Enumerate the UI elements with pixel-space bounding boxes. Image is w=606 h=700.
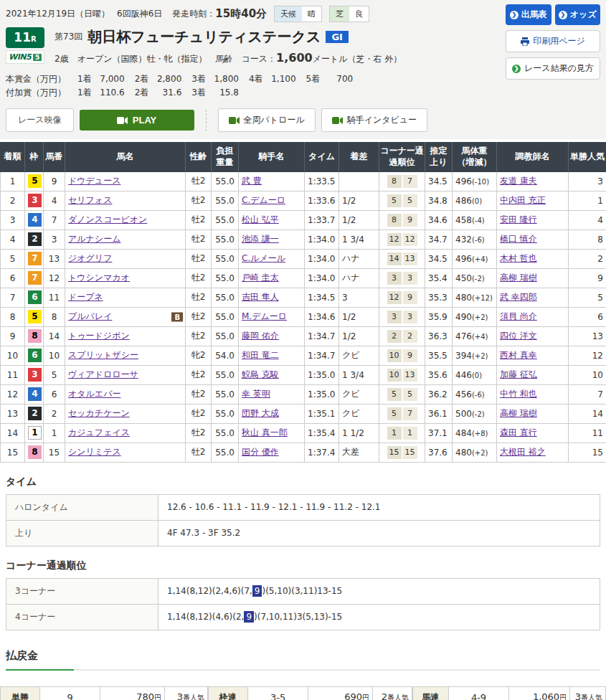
- corner3-order: 5: [387, 388, 402, 401]
- jockey-link[interactable]: 松山 弘平: [242, 214, 279, 224]
- jockey-link[interactable]: 吉田 隼人: [242, 292, 279, 302]
- col-body-weight: 馬体重（増減）: [453, 143, 497, 171]
- trainer-link[interactable]: 安田 隆行: [500, 214, 537, 224]
- col-horse-number: 馬番: [44, 143, 65, 171]
- horse-name-link[interactable]: オタルエバー: [68, 389, 120, 399]
- margin: クビ: [339, 404, 379, 423]
- last-3f-time: 35.3: [425, 288, 453, 307]
- jockey-link[interactable]: 武 豊: [242, 176, 262, 186]
- trainer-link[interactable]: 須貝 尚介: [500, 311, 537, 321]
- body-weight: 456: [455, 389, 472, 399]
- jockey-link[interactable]: M.デムーロ: [242, 311, 287, 321]
- win-favorite: 13: [569, 326, 606, 346]
- odds-button[interactable]: ❯ オッズ: [555, 4, 601, 25]
- carried-weight: 55.0: [212, 384, 239, 404]
- jockey-link[interactable]: 戸崎 圭太: [242, 273, 279, 283]
- race-video-button[interactable]: レース映像: [6, 108, 74, 132]
- corner-table: 3コーナー 1,14(8,12)(2,4,6)(7,9)(5,10)(3,11)…: [6, 578, 600, 630]
- last-up-row: 上り 4F 47.3 - 3F 35.2: [6, 520, 600, 546]
- body-weight: 432: [455, 235, 472, 245]
- sex-age: 牝2: [186, 346, 212, 365]
- horse-name-link[interactable]: カジュフェイス: [68, 427, 130, 438]
- winner-highlight: 9: [244, 611, 254, 623]
- trainer-link[interactable]: 加藤 征弘: [500, 369, 537, 379]
- horse-number: 10: [44, 346, 65, 365]
- prize-item: 2着31.6: [126, 88, 182, 98]
- result-row: 8 5 8 プルパレイB 牡2 55.0 M.デムーロ 1:34.6 1/2 3…: [1, 307, 606, 326]
- jockey-link[interactable]: 和田 竜二: [242, 350, 279, 360]
- horse-name-link[interactable]: ドーブネ: [68, 292, 103, 302]
- body-weight-cell: 490(+2): [453, 307, 497, 326]
- jockey-cell: 吉田 隼人: [239, 288, 305, 307]
- horse-number: 7: [44, 210, 65, 230]
- jockey-link[interactable]: C.デムーロ: [242, 195, 285, 205]
- trainer-link[interactable]: 武 幸四郎: [500, 292, 537, 302]
- patrol-label: 全周パトロール: [244, 114, 305, 126]
- horse-name-link[interactable]: ヴィアドロローサ: [68, 369, 138, 379]
- jockey-link[interactable]: 池添 謙一: [242, 234, 279, 244]
- horse-name-link[interactable]: トゥードジボン: [68, 331, 130, 341]
- body-weight-cell: 496(-10): [453, 171, 497, 191]
- trainer-link[interactable]: 中内田 充正: [500, 195, 546, 205]
- margin: 1 3/4: [339, 230, 379, 249]
- horse-name-link[interactable]: シンリミテス: [68, 447, 121, 457]
- play-button[interactable]: PLAY: [80, 110, 194, 131]
- trainer-link[interactable]: 中竹 和也: [500, 389, 537, 399]
- frame-badge: 2: [28, 232, 42, 246]
- jockey-link[interactable]: 秋山 真一郎: [242, 427, 288, 438]
- horse-name-link[interactable]: ダノンスコーピオン: [68, 214, 147, 224]
- jockey-link[interactable]: 団野 大成: [242, 408, 279, 418]
- sex-age: 牡2: [186, 288, 212, 307]
- carried-weight: 55.0: [212, 307, 239, 326]
- horse-number: 3: [44, 230, 65, 249]
- jockey-link[interactable]: 鮫島 克駿: [242, 369, 279, 379]
- jockey-cell: 国分 優作: [239, 443, 305, 462]
- frame-badge: 8: [28, 329, 42, 343]
- sex-age: 牡2: [186, 268, 212, 288]
- trainer-link[interactable]: 木村 哲也: [500, 253, 537, 263]
- win-favorite: 9: [569, 268, 606, 288]
- patrol-video-button[interactable]: 全周パトロール: [218, 108, 316, 132]
- trainer-link[interactable]: 西村 真幸: [500, 350, 537, 360]
- trainer-link[interactable]: 高柳 瑞樹: [500, 273, 537, 283]
- jockey-link[interactable]: 幸 英明: [242, 389, 270, 399]
- body-weight-cell: 480(+12): [453, 288, 497, 307]
- horse-name-link[interactable]: セッカチケーン: [68, 408, 130, 418]
- frame-badge: 5: [28, 310, 42, 323]
- col-jockey: 騎手名: [239, 143, 305, 171]
- jockey-link[interactable]: 国分 優作: [242, 447, 279, 457]
- jockey-link[interactable]: C.ルメール: [242, 253, 285, 263]
- trainer-link[interactable]: 橋口 慎介: [500, 234, 537, 244]
- print-page-button[interactable]: 印刷用ページ: [506, 30, 600, 52]
- horse-name-link[interactable]: スプリットザシー: [68, 350, 138, 360]
- horse-name-link[interactable]: プルパレイ: [68, 311, 112, 321]
- horse-name-cell: ドウデュース: [65, 171, 186, 191]
- trainer-link[interactable]: 四位 洋文: [500, 331, 537, 341]
- jockey-interview-button[interactable]: 騎手インタビュー: [321, 108, 427, 132]
- carried-weight: 55.0: [212, 404, 239, 423]
- payout-row: 馬連 4-9 1,060円 3番人気: [412, 686, 605, 700]
- payout-tables: 単勝 9 780円 3番人気 複勝 9 200円 3番人気 4 120円 1番人…: [0, 686, 606, 700]
- results-guide-button[interactable]: ❯ レース結果の見方: [506, 57, 600, 80]
- horse-number: 2: [44, 404, 65, 423]
- horse-name-link[interactable]: セリフォス: [68, 195, 112, 205]
- trainer-link[interactable]: 友道 康夫: [500, 176, 537, 186]
- horse-name-link[interactable]: アルナシーム: [68, 234, 120, 244]
- horse-name-link[interactable]: トウシンマカオ: [68, 273, 130, 283]
- trainer-link[interactable]: 高柳 瑞樹: [500, 408, 537, 418]
- entry-table-button[interactable]: ❯ 出馬表: [506, 4, 551, 25]
- odds-label: オッズ: [570, 9, 597, 21]
- carried-weight: 55.0: [212, 171, 239, 191]
- last-up-value: 4F 47.3 - 3F 35.2: [158, 520, 600, 546]
- furlong-time-label: ハロンタイム: [6, 494, 158, 520]
- trainer-link[interactable]: 森田 直行: [500, 427, 537, 438]
- trainer-link[interactable]: 大根田 裕之: [500, 447, 546, 457]
- last-3f-time: 35.4: [425, 268, 453, 288]
- corner3-order: 12: [387, 233, 402, 246]
- horse-name-link[interactable]: ジオグリフ: [68, 253, 112, 263]
- body-weight: 480: [455, 448, 472, 458]
- horse-name-link[interactable]: ドウデュース: [68, 176, 120, 186]
- horse-name-cell: ドーブネ: [65, 288, 186, 307]
- corner3-order: 1: [387, 427, 402, 440]
- jockey-link[interactable]: 藤岡 佑介: [242, 331, 279, 341]
